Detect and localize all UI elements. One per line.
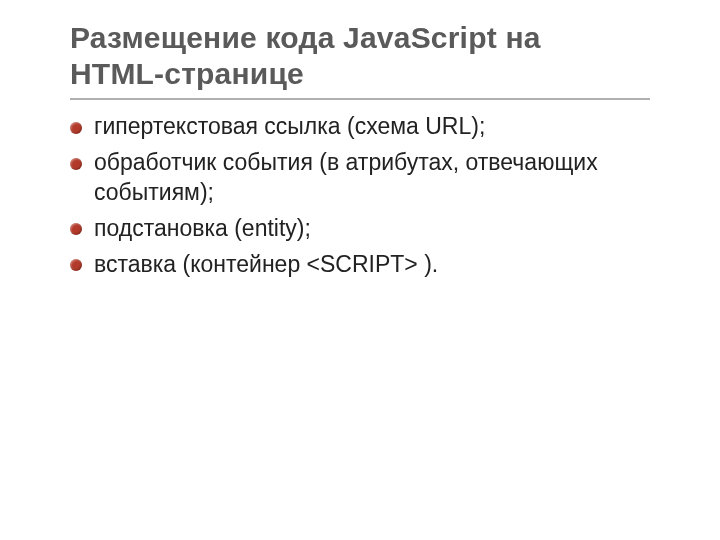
title-underline [70, 98, 650, 100]
list-item: обработчик события (в атрибутах, отвечаю… [70, 148, 650, 214]
title-line-2: HTML-странице [70, 56, 650, 92]
list-item-text: подстановка (entity); [94, 215, 311, 241]
bullet-list: гипертекстовая ссылка (схема URL); обраб… [70, 112, 650, 285]
bullet-icon [70, 158, 82, 170]
list-item-text: вставка (контейнер <SCRIPT> ). [94, 251, 438, 277]
slide-title: Размещение кода JavaScript на HTML-стран… [70, 20, 650, 92]
slide: Размещение кода JavaScript на HTML-стран… [0, 0, 720, 540]
bullet-icon [70, 122, 82, 134]
list-item: подстановка (entity); [70, 214, 650, 250]
list-item-text: обработчик события (в атрибутах, отвечаю… [94, 149, 598, 205]
list-item: вставка (контейнер <SCRIPT> ). [70, 250, 650, 286]
list-item: гипертекстовая ссылка (схема URL); [70, 112, 650, 148]
title-line-1: Размещение кода JavaScript на [70, 20, 650, 56]
list-item-text: гипертекстовая ссылка (схема URL); [94, 113, 485, 139]
bullet-icon [70, 259, 82, 271]
bullet-icon [70, 223, 82, 235]
